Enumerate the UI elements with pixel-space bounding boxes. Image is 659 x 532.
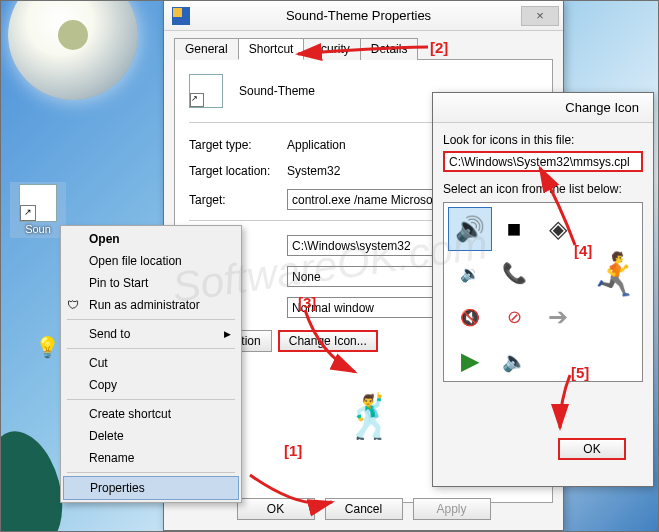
cancel-button[interactable]: Cancel xyxy=(325,498,403,520)
shortcut-icon xyxy=(19,184,57,222)
ci-ok-button[interactable]: OK xyxy=(558,438,626,460)
icon-option-speaker2[interactable]: 🔈 xyxy=(492,339,536,382)
icon-option-play[interactable]: ▶ xyxy=(448,339,492,382)
separator xyxy=(67,399,235,400)
apply-button[interactable]: Apply xyxy=(413,498,491,520)
target-location-label: Target location: xyxy=(189,164,287,178)
stick-figure-decoration: 🕺 xyxy=(344,392,396,441)
close-button[interactable]: × xyxy=(521,6,559,26)
icon-option-phone[interactable]: 📞 xyxy=(492,251,536,295)
change-icon-button[interactable]: Change Icon... xyxy=(278,330,378,352)
annotation-3: [3] xyxy=(298,294,316,311)
tab-security[interactable]: ecurity xyxy=(303,38,360,60)
ci-title: Change Icon xyxy=(441,100,649,115)
tab-strip: General Shortcut ecurity Details xyxy=(174,37,553,59)
annotation-2: [2] xyxy=(430,39,448,56)
titlebar[interactable]: Sound-Theme Properties × xyxy=(164,1,563,31)
tab-details[interactable]: Details xyxy=(360,38,419,60)
desktop-shortcut-sound[interactable]: Soun xyxy=(10,182,66,238)
annotation-5: [5] xyxy=(571,364,589,381)
ctx-cut[interactable]: Cut xyxy=(63,352,239,374)
look-label: Look for icons in this file: xyxy=(443,133,643,147)
ctx-run-as-admin[interactable]: Run as administrator xyxy=(63,294,239,316)
icon-option-arrow[interactable]: ➔ xyxy=(536,295,580,339)
header-name: Sound-Theme xyxy=(239,84,315,98)
icon-option-no[interactable]: ⊘ xyxy=(492,295,536,339)
icon-option-vol-mute[interactable]: 🔇 xyxy=(448,295,492,339)
ctx-send-to[interactable]: Send to▶ xyxy=(63,323,239,345)
ctx-delete[interactable]: Delete xyxy=(63,425,239,447)
separator xyxy=(67,319,235,320)
annotation-4: [4] xyxy=(574,242,592,259)
ci-titlebar[interactable]: Change Icon xyxy=(433,93,653,123)
wallpaper-flower xyxy=(8,0,138,100)
annotation-1: [1] xyxy=(284,442,302,459)
separator xyxy=(67,472,235,473)
ctx-create-shortcut[interactable]: Create shortcut xyxy=(63,403,239,425)
select-label: Select an icon from the list below: xyxy=(443,182,643,196)
ok-button[interactable]: OK xyxy=(237,498,315,520)
ctx-properties[interactable]: Properties xyxy=(63,476,239,500)
window-title: Sound-Theme Properties xyxy=(196,8,521,23)
icon-path-input[interactable] xyxy=(443,151,643,172)
target-label: Target: xyxy=(189,193,287,207)
header-icon xyxy=(189,74,223,108)
icon-option-black[interactable]: ■ xyxy=(492,207,536,251)
stick-figure-decoration: 🏃 xyxy=(590,250,642,299)
ctx-open-location[interactable]: Open file location xyxy=(63,250,239,272)
icon-option-speaker[interactable]: 🔊 xyxy=(448,207,492,251)
shield-icon xyxy=(67,298,79,312)
chevron-right-icon: ▶ xyxy=(224,329,231,339)
separator xyxy=(67,348,235,349)
ctx-rename[interactable]: Rename xyxy=(63,447,239,469)
ctx-open[interactable]: Open xyxy=(63,228,239,250)
tab-shortcut[interactable]: Shortcut xyxy=(238,38,305,60)
tab-general[interactable]: General xyxy=(174,38,239,60)
ctx-copy[interactable]: Copy xyxy=(63,374,239,396)
context-menu: Open Open file location Pin to Start Run… xyxy=(60,225,242,503)
title-icon xyxy=(172,7,190,25)
icon-option-vol-small[interactable]: 🔉 xyxy=(448,251,492,295)
target-type-label: Target type: xyxy=(189,138,287,152)
ctx-pin-to-start[interactable]: Pin to Start xyxy=(63,272,239,294)
desktop-icon-label: Soun xyxy=(25,223,51,235)
